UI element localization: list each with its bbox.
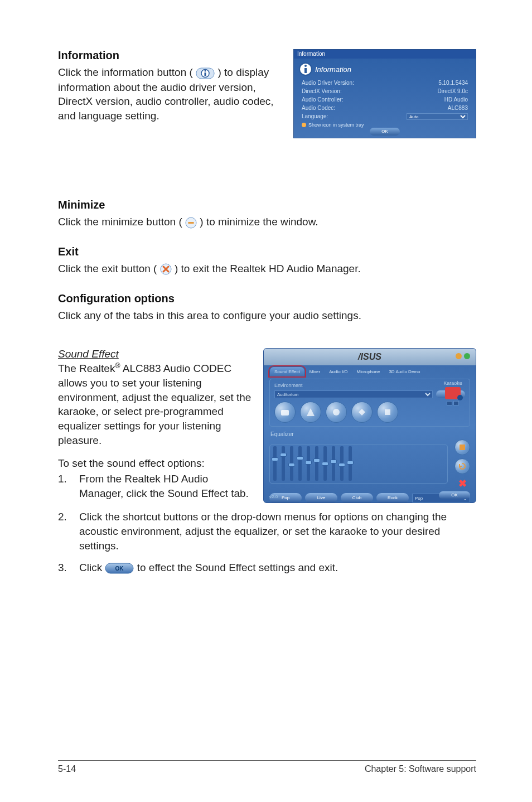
eq-slider[interactable] bbox=[349, 446, 352, 481]
minimize-body-pre: Click the minimize button ( bbox=[58, 216, 182, 228]
karaoke-bar[interactable] bbox=[453, 401, 459, 405]
minimize-body: Click the minimize button ( ) to minimiz… bbox=[58, 215, 476, 230]
info-row-key: Audio Codec: bbox=[302, 105, 335, 111]
info-panel-title: Information bbox=[294, 50, 476, 59]
info-row-key: Audio Driver Version: bbox=[302, 80, 354, 86]
tab-audio-io[interactable]: Audio I/O bbox=[325, 367, 352, 376]
svg-rect-10 bbox=[281, 410, 289, 416]
step-number: 3. bbox=[58, 561, 79, 576]
eq-slider[interactable] bbox=[332, 446, 335, 481]
information-button-icon bbox=[196, 65, 215, 80]
registered-mark: ® bbox=[115, 362, 120, 370]
minimize-icon[interactable] bbox=[456, 353, 462, 359]
info-ok-button[interactable]: OK bbox=[370, 128, 400, 136]
tab-sound-effect[interactable]: Sound Effect bbox=[269, 366, 305, 376]
info-row-val: ALC883 bbox=[448, 105, 468, 111]
asus-logo: /ISUS bbox=[358, 352, 381, 362]
se-version-label: v2.0 bbox=[269, 494, 278, 499]
radio-dot-icon bbox=[302, 123, 306, 127]
svg-rect-13 bbox=[460, 445, 465, 450]
se-para-prefix: The Realtek bbox=[58, 363, 115, 375]
info-row-val: DirectX 9.0c bbox=[438, 88, 468, 94]
svg-point-2 bbox=[304, 65, 307, 67]
exit-body-post: ) to exit the Realtek HD Audio Manager. bbox=[175, 263, 361, 274]
step-2-text: Click the shortcut buttons or the drop-d… bbox=[79, 510, 476, 553]
environment-label: Environment bbox=[274, 383, 465, 388]
tab-mixer[interactable]: Mixer bbox=[305, 367, 325, 376]
minimize-heading: Minimize bbox=[58, 199, 476, 211]
close-icon[interactable] bbox=[464, 353, 470, 359]
eq-reset-button[interactable] bbox=[454, 458, 470, 474]
info-row-val: HD Audio bbox=[444, 96, 468, 103]
config-heading: Configuration options bbox=[58, 292, 476, 305]
step-number: 2. bbox=[58, 510, 79, 553]
se-para-rest: ALC883 Audio CODEC allows you to set you… bbox=[58, 363, 251, 446]
sound-effect-panel: /ISUS Sound Effect Mixer Audio I/O Micro… bbox=[263, 348, 476, 503]
footer-chapter: Chapter 5: Software support bbox=[365, 764, 476, 774]
exit-body: Click the exit button ( ) to exit the Re… bbox=[58, 262, 476, 277]
env-preset-icon-2[interactable] bbox=[300, 402, 321, 423]
svg-point-11 bbox=[333, 409, 340, 416]
eq-slider[interactable] bbox=[340, 446, 344, 481]
minimize-body-post: ) to minimize the window. bbox=[200, 216, 318, 228]
minimize-button-icon bbox=[185, 215, 197, 229]
env-preset-icon-5[interactable] bbox=[377, 402, 398, 423]
info-row-key: Audio Controller: bbox=[302, 96, 343, 103]
karaoke-bar[interactable] bbox=[447, 401, 452, 405]
env-preset-icon-3[interactable] bbox=[326, 402, 347, 423]
step-3-post: to effect the Sound Effect settings and … bbox=[137, 562, 338, 573]
eq-slider[interactable] bbox=[315, 446, 318, 481]
exit-heading: Exit bbox=[58, 245, 476, 258]
svg-rect-8 bbox=[188, 222, 194, 224]
karaoke-label: Karaoke bbox=[439, 380, 466, 386]
equalizer-sliders bbox=[269, 445, 448, 484]
eq-slider[interactable] bbox=[323, 446, 327, 481]
tab-microphone[interactable]: Microphone bbox=[352, 367, 385, 376]
eq-preset-rock[interactable]: Rock bbox=[376, 493, 409, 503]
eq-slider[interactable] bbox=[307, 446, 310, 481]
svg-rect-1 bbox=[304, 68, 307, 73]
footer-page-number: 5-14 bbox=[58, 764, 76, 774]
exit-button-icon bbox=[160, 262, 172, 276]
svg-rect-5 bbox=[205, 73, 206, 76]
eq-slider[interactable] bbox=[282, 446, 285, 481]
svg-rect-12 bbox=[385, 409, 390, 415]
env-preset-icon-1[interactable] bbox=[274, 402, 296, 423]
eq-preset-live[interactable]: Live bbox=[305, 493, 337, 503]
step-3-pre: Click bbox=[79, 562, 105, 573]
svg-text:OK: OK bbox=[115, 566, 124, 572]
tab-3d-audio-demo[interactable]: 3D Audio Demo bbox=[384, 367, 424, 376]
karaoke-icon[interactable] bbox=[445, 387, 461, 399]
info-language-select[interactable]: Auto bbox=[407, 113, 468, 120]
exit-body-pre: Click the exit button ( bbox=[58, 263, 157, 274]
info-row-val: 5.10.1.5434 bbox=[438, 80, 468, 86]
info-panel-big-label: Information bbox=[315, 65, 351, 74]
svg-point-6 bbox=[205, 70, 206, 71]
step-1-text: From the Realtek HD Audio Manager, click… bbox=[79, 472, 253, 500]
info-show-tray-label: Show icon in system tray bbox=[308, 122, 364, 128]
eq-slider[interactable] bbox=[273, 446, 277, 481]
step-number: 1. bbox=[58, 472, 79, 500]
page-footer: 5-14 Chapter 5: Software support bbox=[58, 760, 476, 774]
eq-slider[interactable] bbox=[298, 446, 302, 481]
env-preset-icon-4[interactable] bbox=[351, 402, 373, 423]
se-ok-button[interactable]: OK bbox=[439, 491, 470, 499]
eq-delete-button[interactable]: ✖ bbox=[457, 477, 468, 489]
environment-select[interactable]: Auditorium bbox=[274, 390, 433, 398]
information-body-pre: Click the information button ( bbox=[58, 66, 196, 78]
information-icon bbox=[298, 62, 313, 76]
info-language-label: Language: bbox=[302, 113, 328, 120]
eq-save-button[interactable] bbox=[454, 439, 470, 455]
eq-preset-club[interactable]: Club bbox=[341, 493, 373, 503]
equalizer-label: Equalizer bbox=[270, 431, 469, 437]
information-panel: Information Information Audio Driver Ver… bbox=[293, 49, 476, 138]
config-body: Click any of the tabs in this area to co… bbox=[58, 308, 476, 323]
eq-slider[interactable] bbox=[290, 446, 293, 481]
step-3-text: Click OK to effect the Sound Effect sett… bbox=[79, 561, 476, 576]
info-row-key: DirectX Version: bbox=[302, 88, 342, 94]
ok-button-icon: OK bbox=[105, 561, 134, 575]
